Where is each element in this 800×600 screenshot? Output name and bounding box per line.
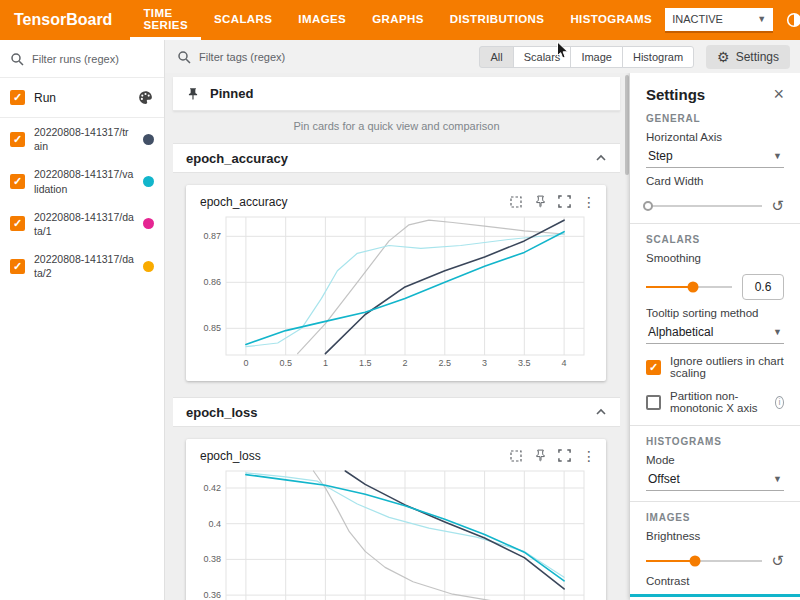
smoothing-slider[interactable] (646, 286, 732, 288)
card-header: epoch_loss ⋮ (186, 439, 606, 465)
card-actions: ⋮ (509, 194, 596, 210)
theme-toggle-icon[interactable] (784, 10, 800, 30)
tab-histograms[interactable]: HISTOGRAMS (557, 0, 665, 40)
select-all-runs-checkbox[interactable] (10, 90, 25, 105)
svg-text:2.5: 2.5 (439, 358, 452, 368)
tab-scalars[interactable]: SCALARS (201, 0, 285, 40)
runs-filter-input[interactable]: Filter runs (regex) (0, 40, 164, 78)
run-color-dot (143, 134, 154, 145)
svg-text:0: 0 (243, 358, 248, 368)
epoch-accuracy-chart[interactable]: 00.511.522.533.540.850.860.87 (186, 211, 606, 381)
filter-histogram-button[interactable]: Histogram (622, 46, 694, 68)
section-epoch-loss[interactable]: epoch_loss (173, 397, 620, 427)
svg-text:0.42: 0.42 (203, 483, 221, 493)
fullscreen-icon[interactable] (558, 449, 571, 462)
header-actions: INACTIVE ▼ ⚙ ? (665, 8, 800, 33)
section-title: epoch_loss (186, 405, 258, 420)
partition-x-checkbox[interactable] (646, 395, 661, 410)
run-color-dot (143, 218, 154, 229)
scalars-heading: SCALARS (646, 234, 784, 245)
slider-thumb[interactable] (688, 282, 699, 293)
reset-icon[interactable]: ↺ (771, 553, 784, 568)
run-checkbox[interactable] (10, 132, 25, 147)
epoch-loss-chart[interactable]: 00.511.522.533.540.360.380.40.42 (186, 465, 606, 600)
run-item-data-2[interactable]: 20220808-141317/data/2 (0, 245, 164, 287)
settings-title: Settings (646, 86, 705, 103)
close-icon[interactable]: × (773, 84, 784, 105)
pin-icon[interactable] (534, 449, 547, 462)
palette-icon[interactable] (137, 89, 154, 106)
card-width-slider[interactable] (646, 205, 762, 207)
tooltip-sorting-select[interactable]: Alphabetical ▼ (646, 320, 784, 344)
slider-thumb[interactable] (643, 201, 653, 211)
fullscreen-icon[interactable] (558, 195, 571, 208)
smoothing-value-input[interactable]: 0.6 (742, 274, 784, 300)
pin-icon (186, 87, 200, 101)
pin-icon[interactable] (534, 195, 547, 208)
run-label: 20220808-141317/data/1 (34, 210, 134, 238)
filter-scalars-button[interactable]: Scalars (513, 46, 572, 68)
run-item-train[interactable]: 20220808-141317/train (0, 118, 164, 160)
fit-domain-icon[interactable] (509, 195, 523, 209)
reload-mode-select[interactable]: INACTIVE ▼ (665, 8, 773, 33)
more-options-icon[interactable]: ⋮ (582, 194, 596, 210)
svg-text:3: 3 (482, 358, 487, 368)
tooltip-sorting-value: Alphabetical (648, 325, 713, 339)
chevron-down-icon: ▼ (757, 14, 766, 24)
filter-image-button[interactable]: Image (570, 46, 623, 68)
tab-distributions[interactable]: DISTRIBUTIONS (437, 0, 558, 40)
chevron-down-icon: ▼ (773, 474, 782, 484)
run-item-validation[interactable]: 20220808-141317/validation (0, 160, 164, 202)
svg-text:1: 1 (323, 358, 328, 368)
ignore-outliers-label: Ignore outliers in chart scaling (670, 355, 784, 379)
run-checkbox[interactable] (10, 174, 25, 189)
tab-time-series[interactable]: TIME SERIES (130, 0, 201, 40)
svg-text:3.5: 3.5 (518, 358, 531, 368)
settings-button[interactable]: ⚙ Settings (706, 45, 790, 69)
fit-domain-icon[interactable] (509, 449, 523, 463)
slider-fill (646, 286, 693, 288)
run-item-data-1[interactable]: 20220808-141317/data/1 (0, 203, 164, 245)
brightness-slider[interactable] (646, 560, 762, 562)
app-title: TensorBoard (0, 11, 130, 29)
tab-images[interactable]: IMAGES (285, 0, 359, 40)
pinned-header: Pinned (173, 77, 620, 111)
collapse-icon[interactable] (595, 406, 607, 418)
settings-panel: Settings × GENERAL Horizontal Axis Step … (630, 73, 800, 600)
images-heading: IMAGES (646, 512, 784, 523)
slider-fill (646, 560, 695, 562)
reset-icon[interactable]: ↺ (771, 198, 784, 213)
divider (630, 425, 800, 426)
contrast-label: Contrast (646, 575, 784, 587)
card-title: epoch_accuracy (200, 195, 287, 209)
horizontal-axis-label: Horizontal Axis (646, 131, 784, 143)
more-options-icon[interactable]: ⋮ (582, 448, 596, 464)
partition-x-row[interactable]: Partition non-monotonic X axis i (646, 390, 784, 414)
main-scrollbar[interactable] (625, 75, 629, 175)
ignore-outliers-row[interactable]: Ignore outliers in chart scaling (646, 355, 784, 379)
horizontal-axis-select[interactable]: Step ▼ (646, 144, 784, 168)
tag-filter-input[interactable]: Filter tags (regex) (177, 50, 479, 64)
info-icon[interactable]: i (775, 396, 784, 409)
section-epoch-accuracy[interactable]: epoch_accuracy (173, 143, 620, 173)
run-checkbox[interactable] (10, 216, 25, 231)
cards-area: Pinned Pin cards for a quick view and co… (165, 73, 630, 600)
runs-header-row: Run (0, 78, 164, 118)
status-label: INACTIVE (672, 13, 723, 25)
svg-text:0.36: 0.36 (203, 590, 221, 600)
tab-graphs[interactable]: GRAPHS (359, 0, 437, 40)
horizontal-axis-value: Step (648, 149, 673, 163)
runs-sidebar: Filter runs (regex) Run 20220808-141317/… (0, 40, 165, 600)
divider (630, 501, 800, 502)
collapse-icon[interactable] (595, 152, 607, 164)
run-label: 20220808-141317/data/2 (34, 252, 134, 280)
histogram-mode-select[interactable]: Offset ▼ (646, 467, 784, 491)
scalar-card-epoch-loss: epoch_loss ⋮ 00.511.522.533.540.360.380.… (186, 439, 606, 600)
ignore-outliers-checkbox[interactable] (646, 360, 661, 375)
slider-thumb[interactable] (689, 555, 700, 566)
run-checkbox[interactable] (10, 259, 25, 274)
filter-all-button[interactable]: All (479, 46, 513, 68)
tag-filter-placeholder: Filter tags (regex) (199, 51, 285, 63)
svg-text:0.4: 0.4 (208, 519, 221, 529)
svg-text:0.5: 0.5 (279, 358, 292, 368)
